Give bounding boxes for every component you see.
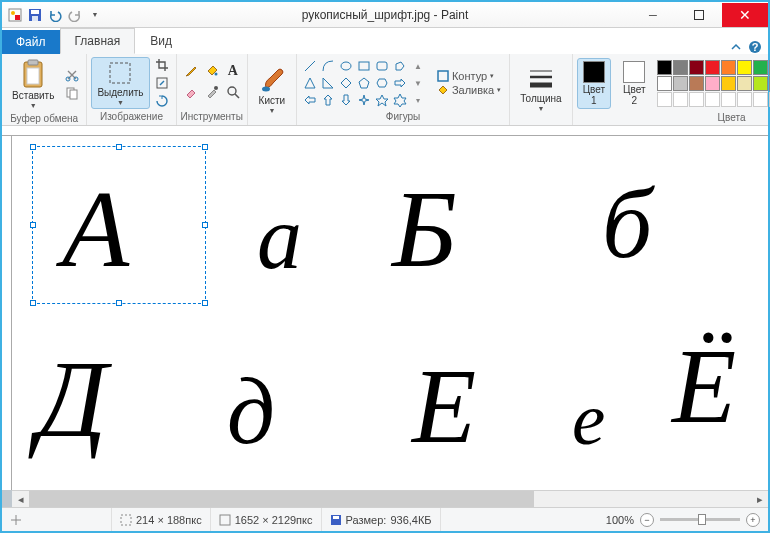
outline-button[interactable]: Контур▾ [433, 69, 505, 83]
zoom-in-button[interactable]: + [746, 513, 760, 527]
scroll-up-icon[interactable]: ▲ [409, 58, 427, 75]
paste-button[interactable]: Вставить ▼ [6, 56, 60, 112]
palette-color[interactable] [689, 92, 704, 107]
palette-color[interactable] [657, 76, 672, 91]
shape-triangle[interactable] [301, 75, 319, 92]
eraser-tool[interactable] [181, 84, 201, 101]
palette-color[interactable] [721, 76, 736, 91]
zoom-slider[interactable] [660, 518, 740, 521]
qat-dropdown-icon[interactable]: ▼ [86, 6, 104, 24]
shape-line[interactable] [301, 58, 319, 75]
crop-button[interactable] [152, 57, 172, 74]
palette-color[interactable] [721, 92, 736, 107]
shape-rtriangle[interactable] [319, 75, 337, 92]
selection-handle-se[interactable] [202, 300, 208, 306]
svg-rect-30 [121, 515, 131, 525]
selection-handle-nw[interactable] [30, 144, 36, 150]
palette-color[interactable] [753, 76, 768, 91]
paint-app-icon[interactable] [6, 6, 24, 24]
palette-color[interactable] [657, 60, 672, 75]
canvas[interactable]: АаБбДдЕеЁ [12, 136, 768, 490]
minimize-button[interactable]: ─ [630, 3, 676, 27]
zoom-control: 100% − + [598, 513, 768, 527]
zoom-slider-thumb[interactable] [698, 514, 706, 525]
shapes-gallery[interactable]: ▲ ▼ ▾ [301, 58, 427, 109]
bucket-icon [205, 64, 219, 78]
scrollbar-horizontal[interactable]: ◂ ▸ [12, 490, 768, 507]
selection-handle-sw[interactable] [30, 300, 36, 306]
shape-star5[interactable] [373, 92, 391, 109]
shape-arrow-l[interactable] [301, 92, 319, 109]
fill-button[interactable]: Заливка▾ [433, 83, 505, 97]
tab-view[interactable]: Вид [135, 28, 187, 54]
shape-star6[interactable] [391, 92, 409, 109]
scrollbar-track[interactable] [29, 491, 751, 508]
palette-color[interactable] [673, 76, 688, 91]
expand-gallery-icon[interactable]: ▾ [409, 92, 427, 109]
crosshair-icon [10, 514, 22, 526]
scroll-down-icon[interactable]: ▼ [409, 75, 427, 92]
copy-button[interactable] [62, 85, 82, 102]
shape-arrow-u[interactable] [319, 92, 337, 109]
shape-polygon[interactable] [391, 58, 409, 75]
selection-handle-n[interactable] [116, 144, 122, 150]
palette-color[interactable] [673, 92, 688, 107]
group-image: Выделить ▼ Изображение [87, 54, 176, 125]
shape-pentagon[interactable] [355, 75, 373, 92]
palette-color[interactable] [705, 60, 720, 75]
minimize-ribbon-icon[interactable] [730, 41, 742, 53]
handwritten-letter: а [257, 186, 302, 289]
selection-handle-s[interactable] [116, 300, 122, 306]
shape-oval[interactable] [337, 58, 355, 75]
picker-tool[interactable] [202, 84, 222, 101]
save-icon[interactable] [26, 6, 44, 24]
palette-color[interactable] [705, 76, 720, 91]
scroll-right-button[interactable]: ▸ [751, 491, 768, 508]
redo-icon[interactable] [66, 6, 84, 24]
close-button[interactable]: ✕ [722, 3, 768, 27]
resize-button[interactable] [152, 75, 172, 92]
undo-icon[interactable] [46, 6, 64, 24]
palette-color[interactable] [705, 92, 720, 107]
tab-home[interactable]: Главная [60, 28, 136, 54]
rotate-button[interactable] [152, 93, 172, 110]
cut-button[interactable] [62, 67, 82, 84]
zoom-tool[interactable] [223, 84, 243, 101]
shape-hexagon[interactable] [373, 75, 391, 92]
palette-color[interactable] [721, 60, 736, 75]
shape-rect[interactable] [355, 58, 373, 75]
palette-color[interactable] [753, 92, 768, 107]
palette-color[interactable] [737, 92, 752, 107]
selection-handle-ne[interactable] [202, 144, 208, 150]
palette-color[interactable] [689, 76, 704, 91]
color2-button[interactable]: Цвет 2 [617, 58, 651, 109]
help-icon[interactable]: ? [748, 40, 762, 54]
shape-curve[interactable] [319, 58, 337, 75]
palette-color[interactable] [753, 60, 768, 75]
maximize-button[interactable] [676, 3, 722, 27]
text-tool[interactable]: A [223, 63, 243, 80]
palette-color[interactable] [737, 76, 752, 91]
zoom-out-button[interactable]: − [640, 513, 654, 527]
shape-arrow-r[interactable] [391, 75, 409, 92]
tab-file[interactable]: Файл [2, 30, 60, 54]
select-button[interactable]: Выделить ▼ [91, 57, 149, 109]
shape-star4[interactable] [355, 92, 373, 109]
bucket-tool[interactable] [202, 63, 222, 80]
selection-handle-w[interactable] [30, 222, 36, 228]
pencil-tool[interactable] [181, 63, 201, 80]
shape-diamond[interactable] [337, 75, 355, 92]
shape-roundrect[interactable] [373, 58, 391, 75]
shape-arrow-d[interactable] [337, 92, 355, 109]
color1-button[interactable]: Цвет 1 [577, 58, 611, 109]
palette-color[interactable] [737, 60, 752, 75]
scroll-left-button[interactable]: ◂ [12, 491, 29, 508]
palette-color[interactable] [657, 92, 672, 107]
palette-color[interactable] [673, 60, 688, 75]
brushes-button[interactable]: Кисти ▼ [252, 61, 292, 117]
selection-handle-e[interactable] [202, 222, 208, 228]
thickness-button[interactable]: Толщина ▼ [514, 63, 567, 115]
app-window: ▼ рукописный_шрифт.jpg - Paint ─ ✕ Файл … [0, 0, 770, 533]
scrollbar-thumb[interactable] [29, 491, 534, 508]
palette-color[interactable] [689, 60, 704, 75]
